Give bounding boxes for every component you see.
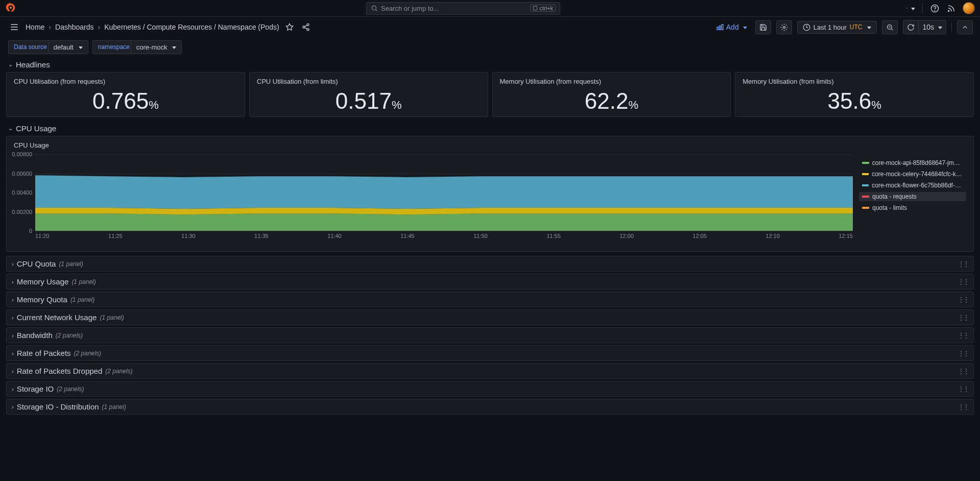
stat-title: CPU Utilisation (from requests) bbox=[14, 78, 237, 85]
drag-handle-icon[interactable]: ⋮⋮ bbox=[958, 386, 968, 393]
time-range-picker[interactable]: Last 1 hour UTC bbox=[797, 21, 877, 34]
panel-count: (2 panels) bbox=[56, 332, 83, 339]
collapsed-row[interactable]: › Storage IO (2 panels) ⋮⋮ bbox=[6, 381, 974, 397]
drag-handle-icon[interactable]: ⋮⋮ bbox=[958, 278, 968, 285]
legend-swatch bbox=[862, 184, 869, 186]
y-tick: 0.00400 bbox=[12, 189, 32, 196]
svg-rect-2 bbox=[534, 6, 538, 10]
legend-item[interactable]: core-mock-flower-6c75bb86df-hfrnv bbox=[859, 181, 966, 190]
legend-item[interactable]: core-mock-api-85f8d68647-jmw9d bbox=[859, 158, 966, 167]
drag-handle-icon[interactable]: ⋮⋮ bbox=[958, 296, 968, 303]
collapsed-row[interactable]: › Bandwidth (2 panels) ⋮⋮ bbox=[6, 327, 974, 343]
row-cpu-usage[interactable]: ⌄ CPU Usage bbox=[6, 121, 974, 136]
x-tick: 11:50 bbox=[473, 233, 488, 239]
y-tick: 0.00800 bbox=[12, 151, 32, 157]
x-tick: 12:00 bbox=[619, 233, 634, 239]
news-icon[interactable] bbox=[946, 4, 955, 13]
stat-value: 35.6 bbox=[828, 88, 872, 113]
x-tick: 11:35 bbox=[254, 233, 269, 239]
row-title: Current Network Usage bbox=[17, 313, 97, 322]
dashboard-settings-icon[interactable] bbox=[776, 20, 792, 34]
chevron-right-icon: › bbox=[12, 386, 14, 392]
stat-value: 0.765 bbox=[92, 88, 149, 113]
share-icon[interactable] bbox=[300, 21, 312, 33]
search-input[interactable]: Search or jump to... ctrl+k bbox=[366, 2, 560, 15]
save-dashboard-button[interactable] bbox=[755, 20, 771, 34]
row-title: Rate of Packets Dropped bbox=[17, 367, 103, 375]
new-button[interactable] bbox=[906, 4, 915, 13]
legend-item[interactable]: quota - requests bbox=[859, 192, 966, 201]
drag-handle-icon[interactable]: ⋮⋮ bbox=[958, 403, 968, 411]
collapsed-row[interactable]: › Current Network Usage (1 panel) ⋮⋮ bbox=[6, 309, 974, 325]
breadcrumb-home[interactable]: Home bbox=[26, 23, 44, 31]
navbar: Home › Dashboards › Kubernetes / Compute… bbox=[0, 17, 980, 37]
namespace-label: namespace bbox=[92, 40, 135, 54]
menu-toggle-icon[interactable] bbox=[7, 20, 21, 34]
drag-handle-icon[interactable]: ⋮⋮ bbox=[958, 350, 968, 357]
stat-unit: % bbox=[628, 99, 638, 111]
panel-count: (1 panel) bbox=[70, 296, 94, 303]
breadcrumb-dashboards[interactable]: Dashboards bbox=[55, 23, 94, 31]
legend-label: quota - limits bbox=[872, 204, 907, 211]
x-tick: 12:05 bbox=[692, 233, 707, 239]
cpu-usage-panel: CPU Usage 00.002000.004000.006000.00800 … bbox=[6, 136, 974, 252]
x-tick: 11:45 bbox=[400, 233, 415, 239]
collapsed-row[interactable]: › Rate of Packets (2 panels) ⋮⋮ bbox=[6, 345, 974, 361]
search-shortcut: ctrl+k bbox=[530, 5, 556, 12]
stat-panel[interactable]: Memory Utilisation (from requests) 62.2% bbox=[492, 72, 731, 117]
x-tick: 11:40 bbox=[327, 233, 342, 239]
svg-point-7 bbox=[303, 26, 305, 28]
x-tick: 11:30 bbox=[181, 233, 196, 239]
collapsed-row[interactable]: › CPU Quota (1 panel) ⋮⋮ bbox=[6, 256, 974, 272]
stat-panel[interactable]: CPU Utilisation (from requests) 0.765% bbox=[6, 72, 245, 117]
collapsed-row[interactable]: › Memory Usage (1 panel) ⋮⋮ bbox=[6, 274, 974, 290]
kiosk-mode-icon[interactable] bbox=[957, 20, 973, 34]
stat-panel[interactable]: CPU Utilisation (from limits) 0.517% bbox=[249, 72, 488, 117]
headlines-panels: CPU Utilisation (from requests) 0.765%CP… bbox=[6, 72, 974, 117]
legend-swatch bbox=[862, 162, 869, 164]
collapsed-row[interactable]: › Storage IO - Distribution (1 panel) ⋮⋮ bbox=[6, 399, 974, 415]
chart-plot-area[interactable]: 00.002000.004000.006000.00800 11:2011:25… bbox=[14, 154, 853, 246]
svg-point-6 bbox=[307, 23, 309, 26]
user-avatar[interactable] bbox=[963, 2, 975, 14]
row-headlines[interactable]: ⌄ Headlines bbox=[6, 57, 974, 72]
stat-value: 62.2 bbox=[585, 88, 629, 113]
stat-title: Memory Utilisation (from requests) bbox=[500, 78, 724, 85]
refresh-interval-picker[interactable]: 10s bbox=[919, 20, 946, 34]
x-tick: 11:25 bbox=[108, 233, 123, 239]
x-tick: 12:10 bbox=[766, 233, 780, 239]
chevron-right-icon: › bbox=[12, 297, 14, 303]
row-title: Memory Usage bbox=[17, 277, 69, 286]
panel-count: (1 panel) bbox=[102, 403, 126, 411]
stat-panel[interactable]: Memory Utilisation (from limits) 35.6% bbox=[735, 72, 974, 117]
stat-title: Memory Utilisation (from limits) bbox=[743, 78, 966, 85]
chevron-right-icon: › bbox=[12, 261, 14, 267]
panel-title[interactable]: CPU Usage bbox=[14, 141, 966, 149]
legend-item[interactable]: quota - limits bbox=[859, 203, 966, 212]
svg-rect-9 bbox=[717, 27, 719, 30]
svg-point-5 bbox=[948, 10, 949, 11]
legend-label: core-mock-flower-6c75bb86df-hfrnv bbox=[872, 182, 963, 189]
refresh-button[interactable] bbox=[903, 20, 919, 34]
legend-item[interactable]: core-mock-celery-744684fcfc-kh5z6 bbox=[859, 170, 966, 179]
add-panel-button[interactable]: Add bbox=[713, 21, 750, 33]
drag-handle-icon[interactable]: ⋮⋮ bbox=[958, 260, 968, 268]
chevron-right-icon: › bbox=[49, 23, 51, 31]
help-icon[interactable] bbox=[930, 4, 939, 13]
chevron-right-icon: › bbox=[12, 368, 14, 374]
datasource-select[interactable]: default bbox=[48, 40, 88, 54]
legend-label: core-mock-api-85f8d68647-jmw9d bbox=[872, 159, 963, 166]
chevron-right-icon: › bbox=[12, 315, 14, 321]
drag-handle-icon[interactable]: ⋮⋮ bbox=[958, 314, 968, 321]
stat-unit: % bbox=[149, 99, 159, 111]
collapsed-row[interactable]: › Memory Quota (1 panel) ⋮⋮ bbox=[6, 292, 974, 307]
zoom-out-icon[interactable] bbox=[882, 20, 898, 34]
collapsed-row[interactable]: › Rate of Packets Dropped (2 panels) ⋮⋮ bbox=[6, 363, 974, 379]
chevron-right-icon: › bbox=[12, 279, 14, 285]
drag-handle-icon[interactable]: ⋮⋮ bbox=[958, 332, 968, 339]
namespace-select[interactable]: core-mock bbox=[131, 40, 182, 54]
drag-handle-icon[interactable]: ⋮⋮ bbox=[958, 368, 968, 375]
star-icon[interactable] bbox=[283, 21, 296, 33]
grafana-logo-icon[interactable] bbox=[5, 3, 16, 14]
x-tick: 11:20 bbox=[35, 233, 50, 239]
